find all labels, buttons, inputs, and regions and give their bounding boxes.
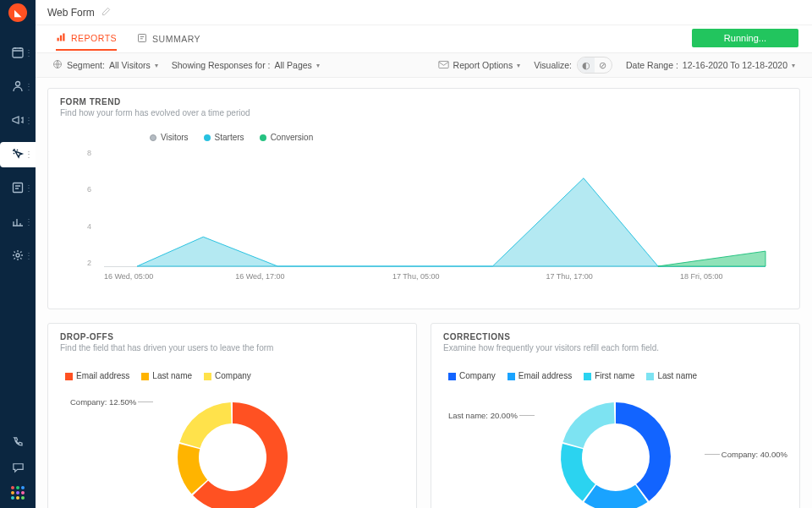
summary-icon: [137, 33, 147, 45]
card-form-trend: FORM TREND Find how your form has evolve…: [47, 88, 800, 309]
chevron-down-icon: ▾: [316, 62, 320, 69]
trend-subtitle: Find how your form has evolved over a ti…: [60, 108, 787, 117]
responses-filter[interactable]: Showing Responses for : All Pages ▾: [172, 60, 320, 70]
responses-value: All Pages: [275, 60, 312, 70]
corrections-chart: Company: 40.00% Last name: 20.00%: [443, 394, 787, 508]
nav-settings[interactable]: ⋮: [0, 243, 36, 269]
cursor-click-icon: [11, 147, 25, 163]
vis-other-button[interactable]: ⊘: [595, 57, 612, 73]
megaphone-icon: [11, 113, 25, 129]
date-range-label: Date Range :: [626, 60, 678, 70]
svg-rect-5: [60, 36, 62, 41]
legend-email: Email address: [65, 371, 129, 380]
tab-reports[interactable]: REPORTS: [56, 27, 117, 51]
svg-rect-2: [14, 183, 23, 192]
calendar-icon: [11, 46, 25, 62]
visualize-toggle: Visualize: ◐ ⊘: [534, 57, 612, 74]
legend-email: Email address: [508, 371, 572, 380]
trend-title: FORM TREND: [60, 97, 787, 107]
user-icon: [11, 79, 25, 96]
corrections-title: CORRECTIONS: [443, 332, 787, 341]
bar-chart-icon: [11, 215, 25, 231]
sidebar: ◣ ⋮ ⋮ ⋮ ⋮ ⋮ ⋮ ⋮: [0, 0, 36, 508]
reports-icon: [56, 32, 66, 44]
gear-icon: [11, 249, 25, 265]
report-options[interactable]: Report Options ▾: [438, 60, 521, 71]
segment-value: All Visitors: [109, 60, 151, 70]
svg-point-1: [16, 81, 20, 85]
svg-point-3: [16, 254, 19, 257]
legend-first: First name: [584, 371, 634, 380]
edit-title-icon[interactable]: [102, 7, 111, 19]
chat-icon[interactable]: [12, 461, 25, 476]
date-range[interactable]: Date Range : 12-16-2020 To 12-18-2020 ▾: [626, 60, 795, 70]
legend-visitors: Visitors: [150, 133, 189, 142]
card-dropoffs: DROP-OFFS Find the field that has driven…: [47, 323, 417, 508]
dropoffs-legend: Email address Last name Company: [65, 371, 404, 380]
tab-reports-label: REPORTS: [71, 33, 117, 43]
label-company: Company: 40.00%: [705, 450, 787, 459]
legend-starters: Starters: [204, 133, 244, 142]
tab-bar: REPORTS SUMMARY Running...: [36, 25, 812, 52]
svg-marker-10: [137, 178, 765, 266]
chevron-down-icon: ▾: [517, 62, 520, 69]
svg-marker-11: [658, 251, 765, 266]
chevron-down-icon: ▾: [155, 62, 158, 69]
responses-label: Showing Responses for :: [172, 60, 271, 70]
segment-filter[interactable]: Segment: All Visitors ▾: [52, 59, 158, 71]
svg-rect-7: [139, 35, 146, 42]
main-content: Web Form REPORTS SUMMARY Running... Segm…: [36, 0, 812, 508]
app-logo: ◣: [0, 0, 36, 25]
chevron-down-icon: ▾: [792, 62, 795, 69]
nav-chart[interactable]: ⋮: [0, 210, 36, 235]
card-corrections: CORRECTIONS Examine how frequently your …: [431, 323, 800, 508]
segment-label: Segment:: [67, 60, 105, 70]
corrections-subtitle: Examine how frequently your visitors ref…: [443, 343, 787, 352]
label-company: Company: 12.50%: [70, 397, 153, 407]
svg-rect-6: [63, 34, 64, 41]
corrections-legend: Company Email address First name Last na…: [448, 371, 787, 380]
nav-user[interactable]: ⋮: [0, 74, 36, 100]
svg-rect-9: [438, 61, 447, 68]
phone-icon[interactable]: [12, 435, 25, 451]
nav-form[interactable]: ⋮: [0, 176, 36, 201]
dropoffs-chart: Company: 12.50% Last name: 25.00%: [60, 394, 404, 508]
visualize-label: Visualize:: [534, 60, 572, 70]
nav-calendar[interactable]: ⋮: [0, 41, 36, 66]
vis-heatmap-button[interactable]: ◐: [578, 57, 595, 73]
form-icon: [11, 181, 25, 197]
svg-rect-0: [13, 48, 23, 57]
label-last: Last name: 20.00%: [448, 411, 535, 420]
nav-megaphone[interactable]: ⋮: [0, 108, 36, 134]
title-bar: Web Form: [36, 0, 812, 25]
dropoffs-subtitle: Find the field that has driven your user…: [60, 343, 404, 352]
dropoffs-title: DROP-OFFS: [60, 332, 404, 341]
legend-last: Last name: [141, 371, 192, 380]
trend-legend: Visitors Starters Conversion: [150, 133, 782, 142]
globe-icon: [52, 59, 63, 71]
legend-company: Company: [204, 371, 251, 380]
report-options-label: Report Options: [453, 60, 513, 70]
tab-summary-label: SUMMARY: [152, 34, 200, 44]
date-range-value: 12-16-2020 To 12-18-2020: [683, 60, 787, 70]
svg-rect-4: [58, 38, 59, 41]
running-button-label: Running...: [724, 33, 766, 43]
legend-conversion: Conversion: [260, 133, 314, 142]
tab-summary[interactable]: SUMMARY: [137, 28, 200, 50]
trend-chart: 8642 16 Wed, 05:00 16 Wed, 17:00: [99, 149, 782, 297]
page-title: Web Form: [47, 7, 95, 19]
nav-click[interactable]: ⋮: [0, 142, 36, 167]
legend-company: Company: [448, 371, 496, 380]
apps-icon[interactable]: [11, 486, 25, 500]
running-button[interactable]: Running...: [692, 29, 798, 47]
mail-icon: [438, 60, 449, 71]
legend-last: Last name: [646, 371, 697, 380]
filter-bar: Segment: All Visitors ▾ Showing Response…: [36, 52, 812, 78]
